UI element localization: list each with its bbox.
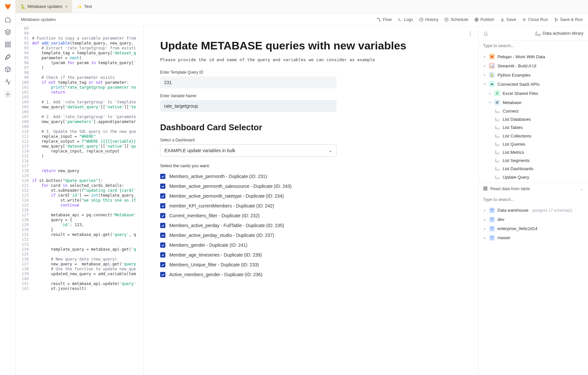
checkbox[interactable] bbox=[160, 203, 165, 208]
tree-item-metabase[interactable]: ▾MMetabase bbox=[479, 98, 588, 107]
save-button[interactable]: Save bbox=[500, 17, 516, 22]
card-item[interactable]: Members_Unique_filter - Duplicate (ID: 2… bbox=[160, 260, 459, 270]
tree-item-peliqan[interactable]: ▸🦊Peliqan - Work With Data bbox=[479, 52, 588, 61]
selector-title: Dashboard Card Selector bbox=[160, 122, 459, 133]
streamlit-icon: 📊 bbox=[489, 63, 495, 69]
tree-item-list-dash[interactable]: f(x)List Dashboards bbox=[479, 165, 588, 173]
tabbar: 🐍 Metabase updates × ✨ Test bbox=[16, 0, 588, 13]
settings-icon[interactable] bbox=[5, 91, 11, 98]
card-item[interactable]: Active_members_gender - Duplicate (ID: 2… bbox=[160, 270, 459, 279]
svg-rect-1 bbox=[8, 42, 10, 44]
checkbox[interactable] bbox=[160, 242, 165, 248]
code-editor[interactable]: 899091# Function to copy a variable para… bbox=[16, 26, 144, 375]
card-item[interactable]: Member_active_perday_studio - Duplicate … bbox=[160, 230, 459, 240]
table-search-input[interactable] bbox=[483, 197, 583, 202]
tree-item-list-tables[interactable]: f(x)List Tables bbox=[479, 123, 588, 132]
tree-item-streamlit[interactable]: ▸📊Streamlit - Build A UI bbox=[479, 61, 588, 70]
flow-button[interactable]: Flow bbox=[377, 17, 392, 22]
tree-item-list-metrics[interactable]: f(x)List Metrics bbox=[479, 148, 588, 156]
function-icon: f(x) bbox=[494, 150, 500, 155]
bell-icon[interactable] bbox=[483, 31, 488, 36]
library-tree: ▸🦊Peliqan - Work With Data ▸📊Streamlit -… bbox=[479, 51, 588, 183]
card-label: Members_gender - Duplicate (ID: 241) bbox=[169, 242, 247, 248]
checkbox[interactable] bbox=[160, 213, 165, 218]
excel-icon: X bbox=[494, 90, 500, 96]
card-item[interactable]: Member_active_permonth_salessource - Dup… bbox=[160, 181, 459, 191]
close-icon[interactable]: × bbox=[65, 4, 68, 9]
tab-label: Metabase updates bbox=[27, 4, 62, 9]
svg-point-11 bbox=[491, 209, 493, 210]
activity-icon[interactable] bbox=[5, 79, 11, 85]
close-run-button[interactable]: Close Run bbox=[522, 17, 548, 22]
library-search-input[interactable] bbox=[483, 43, 583, 48]
tree-item-saas[interactable]: ▾⇄Connected SaaS APIs bbox=[479, 80, 588, 89]
template-id-input[interactable] bbox=[160, 77, 337, 88]
tree-item-enterprise[interactable]: ▸enterprise_9e6c2d14 bbox=[479, 224, 588, 233]
tab-test[interactable]: ✨ Test bbox=[72, 0, 96, 13]
svg-point-12 bbox=[491, 218, 493, 219]
variable-name-input[interactable] bbox=[160, 100, 337, 112]
card-label: Member_active_perday_studio - Duplicate … bbox=[169, 233, 274, 238]
tree-item-master[interactable]: ▸master bbox=[479, 233, 588, 242]
app-logo bbox=[4, 3, 12, 10]
checkbox[interactable] bbox=[160, 252, 165, 258]
card-label: Members_Unique_filter - Duplicate (ID: 2… bbox=[169, 262, 259, 267]
checkbox[interactable] bbox=[160, 193, 165, 199]
card-label: Members_active_permonth - Duplicate (ID:… bbox=[169, 174, 267, 179]
publish-button[interactable]: Publish bbox=[474, 17, 495, 22]
function-icon: f(x) bbox=[494, 109, 500, 114]
home-icon[interactable] bbox=[5, 16, 11, 23]
tree-item-dev[interactable]: ▸dev bbox=[479, 215, 588, 224]
checkbox[interactable] bbox=[160, 223, 165, 228]
checkbox[interactable] bbox=[160, 184, 165, 189]
tree-item-warehouse[interactable]: ▸Data warehousepostgres 17 schema(s) bbox=[479, 206, 588, 215]
python-icon: 🐍 bbox=[489, 72, 495, 78]
more-icon[interactable]: ⋮ bbox=[468, 31, 473, 37]
card-item[interactable]: Member_age_timeseries - Duplicate (ID: 2… bbox=[160, 250, 459, 260]
dashboard-select[interactable]: EXAMPLE update variables in bulk ⌄ bbox=[160, 144, 337, 157]
tree-item-update-query[interactable]: f(x)Update Query bbox=[479, 173, 588, 181]
save-run-button[interactable]: Save & Run bbox=[554, 17, 583, 22]
history-button[interactable]: History bbox=[419, 17, 438, 22]
tab-metabase-updates[interactable]: 🐍 Metabase updates × bbox=[16, 0, 72, 13]
layers-icon[interactable] bbox=[5, 29, 11, 35]
logs-button[interactable]: Logs bbox=[398, 17, 413, 22]
spark-icon: ✨ bbox=[77, 4, 81, 9]
tree-item-list-coll[interactable]: f(x)List Collections bbox=[479, 132, 588, 140]
function-icon: f(x) bbox=[494, 166, 500, 171]
card-label: Members_active_perday - FullTable - Dupl… bbox=[169, 223, 284, 228]
library-title: f(x) Data activation library bbox=[535, 30, 583, 36]
toolbar: Metabase updates Flow Logs History Sched… bbox=[16, 13, 588, 26]
tree-item-list-queries[interactable]: f(x)List Queries bbox=[479, 140, 588, 148]
tree-item-python[interactable]: ▸🐍Python Examples bbox=[479, 70, 588, 80]
function-icon: f(x) bbox=[494, 125, 500, 130]
svg-rect-10 bbox=[484, 187, 487, 190]
card-item[interactable]: Member_active_permonth_ratetype - Duplic… bbox=[160, 191, 459, 201]
schedule-button[interactable]: Schedule bbox=[444, 17, 468, 22]
read-table-section[interactable]: Read data from table ⌄ bbox=[479, 183, 588, 194]
tree-item-excel[interactable]: ▸XExcel Shared Files bbox=[479, 89, 588, 98]
card-item[interactable]: Members_gender - Duplicate (ID: 241) bbox=[160, 240, 459, 250]
card-item[interactable]: member_KPI_currentMembers - Duplicate (I… bbox=[160, 201, 459, 211]
checkbox[interactable] bbox=[160, 272, 165, 277]
function-icon: f(x) bbox=[494, 175, 500, 180]
rocket-icon[interactable] bbox=[5, 54, 11, 60]
card-item[interactable]: Members_active_perday - FullTable - Dupl… bbox=[160, 221, 459, 230]
python-icon: 🐍 bbox=[20, 4, 25, 9]
card-item[interactable]: Current_members_filter - Duplicate (ID: … bbox=[160, 211, 459, 221]
grid-icon[interactable] bbox=[5, 41, 11, 48]
checkbox[interactable] bbox=[160, 233, 165, 238]
checkbox[interactable] bbox=[160, 262, 165, 267]
tree-item-list-db[interactable]: f(x)List Databases bbox=[479, 115, 588, 123]
package-icon[interactable] bbox=[5, 66, 11, 73]
chevron-down-icon: ⌄ bbox=[580, 186, 583, 191]
svg-point-13 bbox=[491, 227, 493, 228]
cards-label: Select the cards you want: bbox=[160, 163, 459, 168]
checkbox[interactable] bbox=[160, 174, 165, 179]
breadcrumb: Metabase updates bbox=[21, 17, 56, 22]
database-icon bbox=[489, 235, 495, 241]
tree-item-connect[interactable]: f(x)Connect bbox=[479, 107, 588, 115]
card-item[interactable]: Members_active_permonth - Duplicate (ID:… bbox=[160, 171, 459, 181]
tree-item-list-segments[interactable]: f(x)List Segments bbox=[479, 156, 588, 165]
tab-label: Test bbox=[84, 4, 92, 9]
